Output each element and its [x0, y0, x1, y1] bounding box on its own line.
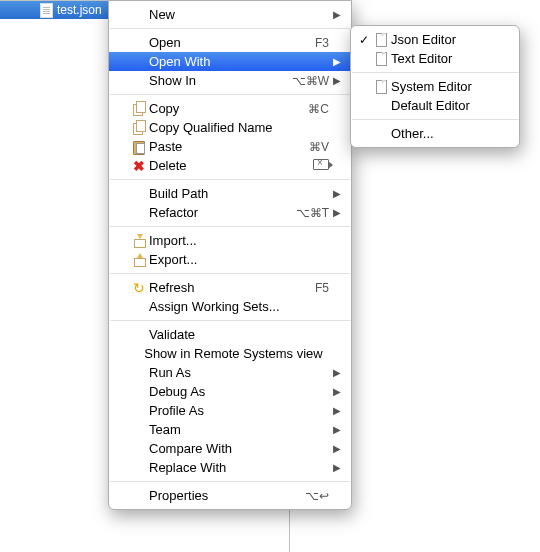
- menu-item-show-in-remote-systems-view[interactable]: Show in Remote Systems view: [109, 344, 351, 363]
- menu-item-assign-working-sets[interactable]: Assign Working Sets...: [109, 297, 351, 316]
- menu-item-label: Export...: [149, 252, 321, 267]
- menu-item-replace-with[interactable]: Replace With: [109, 458, 351, 477]
- menu-item-validate[interactable]: Validate: [109, 325, 351, 344]
- submenu-arrow-icon: [329, 56, 341, 67]
- menu-item-copy-qualified-name[interactable]: Copy Qualified Name: [109, 118, 351, 137]
- menu-item-label: Team: [149, 422, 321, 437]
- menu-item-refresh[interactable]: RefreshF5: [109, 278, 351, 297]
- menu-item-label: Show In: [149, 73, 284, 88]
- menu-separator: [352, 72, 518, 73]
- menu-item-label: Run As: [149, 365, 321, 380]
- menu-item-delete[interactable]: Delete: [109, 156, 351, 175]
- menu-item-label: Properties: [149, 488, 297, 503]
- delete-key-icon: [313, 159, 329, 170]
- menu-item-import[interactable]: Import...: [109, 231, 351, 250]
- menu-item-label: Default Editor: [391, 98, 489, 113]
- menu-item-label: New: [149, 7, 321, 22]
- context-menu: NewOpenF3Open WithShow In⌥⌘WCopy⌘CCopy Q…: [108, 0, 352, 510]
- menu-separator: [110, 226, 350, 227]
- menu-item-label: Compare With: [149, 441, 321, 456]
- menu-separator: [110, 179, 350, 180]
- menu-item-label: Delete: [149, 158, 305, 173]
- copy-icon: [129, 120, 149, 136]
- export-icon: [129, 252, 149, 268]
- file-icon: [371, 51, 391, 67]
- open-with-submenu: ✓Json EditorText EditorSystem EditorDefa…: [350, 25, 520, 148]
- menu-item-show-in[interactable]: Show In⌥⌘W: [109, 71, 351, 90]
- menu-item-label: Copy: [149, 101, 300, 116]
- menu-separator: [110, 273, 350, 274]
- submenu-arrow-icon: [329, 405, 341, 416]
- submenu-arrow-icon: [329, 367, 341, 378]
- submenu-item-json-editor[interactable]: ✓Json Editor: [351, 30, 519, 49]
- menu-item-copy[interactable]: Copy⌘C: [109, 99, 351, 118]
- menu-item-new[interactable]: New: [109, 5, 351, 24]
- submenu-item-other[interactable]: Other...: [351, 124, 519, 143]
- menu-item-shortcut: ⌥↩: [297, 489, 329, 503]
- menu-item-shortcut: ⌥⌘W: [284, 74, 329, 88]
- submenu-arrow-icon: [329, 75, 341, 86]
- menu-item-shortcut: F3: [307, 36, 329, 50]
- menu-item-debug-as[interactable]: Debug As: [109, 382, 351, 401]
- menu-item-label: Json Editor: [391, 32, 489, 47]
- menu-item-label: Copy Qualified Name: [149, 120, 321, 135]
- menu-separator: [352, 119, 518, 120]
- menu-item-shortcut: [305, 159, 329, 173]
- submenu-item-system-editor[interactable]: System Editor: [351, 77, 519, 96]
- menu-item-profile-as[interactable]: Profile As: [109, 401, 351, 420]
- submenu-item-text-editor[interactable]: Text Editor: [351, 49, 519, 68]
- menu-item-label: Import...: [149, 233, 321, 248]
- menu-item-label: Debug As: [149, 384, 321, 399]
- submenu-arrow-icon: [329, 386, 341, 397]
- menu-separator: [110, 481, 350, 482]
- menu-item-paste[interactable]: Paste⌘V: [109, 137, 351, 156]
- submenu-arrow-icon: [329, 188, 341, 199]
- menu-item-team[interactable]: Team: [109, 420, 351, 439]
- menu-item-build-path[interactable]: Build Path: [109, 184, 351, 203]
- copy-icon: [129, 101, 149, 117]
- menu-item-shortcut: ⌘C: [300, 102, 329, 116]
- submenu-arrow-icon: [329, 424, 341, 435]
- menu-item-shortcut: ⌘V: [301, 140, 329, 154]
- tree-item-label: test.json: [57, 3, 102, 17]
- menu-item-label: Build Path: [149, 186, 321, 201]
- menu-item-label: Profile As: [149, 403, 321, 418]
- menu-item-label: Refresh: [149, 280, 307, 295]
- menu-item-label: Replace With: [149, 460, 321, 475]
- submenu-arrow-icon: [329, 462, 341, 473]
- menu-item-run-as[interactable]: Run As: [109, 363, 351, 382]
- menu-item-export[interactable]: Export...: [109, 250, 351, 269]
- menu-item-label: Validate: [149, 327, 321, 342]
- check-mark: ✓: [357, 33, 371, 47]
- menu-separator: [110, 28, 350, 29]
- menu-item-label: Other...: [391, 126, 489, 141]
- delete-icon: [129, 158, 149, 174]
- menu-item-open[interactable]: OpenF3: [109, 33, 351, 52]
- menu-item-label: Assign Working Sets...: [149, 299, 321, 314]
- menu-separator: [110, 320, 350, 321]
- menu-item-label: Show in Remote Systems view: [144, 346, 322, 361]
- submenu-arrow-icon: [329, 9, 341, 20]
- menu-item-shortcut: F5: [307, 281, 329, 295]
- menu-item-label: Open With: [149, 54, 321, 69]
- menu-item-label: Refactor: [149, 205, 288, 220]
- menu-item-label: Text Editor: [391, 51, 489, 66]
- submenu-arrow-icon: [329, 443, 341, 454]
- menu-item-label: System Editor: [391, 79, 489, 94]
- menu-separator: [110, 94, 350, 95]
- menu-item-shortcut: ⌥⌘T: [288, 206, 329, 220]
- menu-item-compare-with[interactable]: Compare With: [109, 439, 351, 458]
- menu-item-properties[interactable]: Properties⌥↩: [109, 486, 351, 505]
- menu-item-refactor[interactable]: Refactor⌥⌘T: [109, 203, 351, 222]
- menu-item-label: Paste: [149, 139, 301, 154]
- paste-icon: [129, 139, 149, 155]
- file-icon: [371, 32, 391, 48]
- menu-item-label: Open: [149, 35, 307, 50]
- refresh-icon: [129, 280, 149, 296]
- file-icon: [371, 79, 391, 95]
- submenu-arrow-icon: [329, 207, 341, 218]
- import-icon: [129, 233, 149, 249]
- menu-item-open-with[interactable]: Open With: [109, 52, 351, 71]
- submenu-item-default-editor[interactable]: Default Editor: [351, 96, 519, 115]
- file-icon: [40, 3, 53, 18]
